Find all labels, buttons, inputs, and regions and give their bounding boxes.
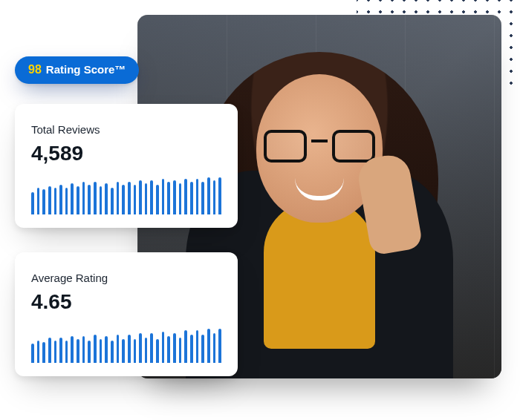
sparkline-bar (156, 185, 159, 214)
sparkline-bar (117, 335, 120, 363)
sparkline-bar (94, 335, 97, 363)
sparkline-bar (139, 180, 142, 214)
sparkline-bar (100, 186, 103, 214)
sparkline-bar (54, 341, 57, 363)
rating-score-pill: 98 Rating Score™ (15, 56, 139, 84)
sparkline-bar (122, 185, 125, 214)
sparkline-bar (190, 182, 193, 214)
sparkline-bar (48, 186, 51, 214)
sparkline-bar (59, 185, 62, 214)
sparkline-bar (42, 342, 45, 363)
sparkline-bar (173, 180, 176, 214)
sparkline-bar (162, 179, 165, 214)
total-reviews-sparkline (31, 176, 221, 214)
sparkline-bar (201, 182, 204, 214)
sparkline-bar (173, 333, 176, 363)
sparkline-bar (94, 182, 97, 214)
photo-shirt (264, 200, 375, 349)
sparkline-bar (179, 338, 182, 363)
total-reviews-card: Total Reviews 4,589 (15, 104, 238, 228)
average-rating-label: Average Rating (31, 272, 221, 284)
rating-score-label: Rating Score™ (46, 63, 126, 76)
sparkline-bar (134, 185, 137, 214)
sparkline-bar (37, 188, 40, 214)
sparkline-bar (82, 182, 85, 214)
sparkline-bar (207, 329, 210, 363)
sparkline-bar (179, 183, 182, 214)
total-reviews-label: Total Reviews (31, 123, 221, 136)
sparkline-bar (184, 330, 187, 363)
sparkline-bar (207, 177, 210, 214)
sparkline-bar (145, 183, 148, 214)
sparkline-bar (88, 185, 91, 214)
sparkline-bar (134, 339, 137, 363)
sparkline-bar (150, 180, 153, 214)
sparkline-bar (150, 333, 153, 363)
sparkline-bar (167, 336, 170, 363)
average-rating-value: 4.65 (31, 292, 221, 312)
sparkline-bar (184, 179, 187, 214)
sparkline-bar (42, 189, 45, 214)
sparkline-bar (71, 183, 74, 214)
sparkline-bar (213, 333, 216, 363)
sparkline-bar (156, 339, 159, 363)
sparkline-bar (77, 339, 79, 363)
glasses-icon (264, 130, 375, 163)
sparkline-bar (65, 188, 68, 214)
sparkline-bar (218, 177, 221, 214)
sparkline-bar (100, 339, 103, 363)
sparkline-bar (88, 341, 91, 363)
sparkline-bar (111, 188, 114, 214)
sparkline-bar (196, 330, 199, 363)
sparkline-bar (54, 188, 57, 214)
sparkline-bar (65, 341, 68, 363)
sparkline-bar (31, 192, 34, 214)
sparkline-bar (128, 182, 131, 214)
sparkline-bar (59, 338, 62, 363)
sparkline-bar (111, 341, 114, 363)
sparkline-bar (105, 183, 108, 214)
sparkline-bar (218, 329, 221, 363)
total-reviews-value: 4,589 (31, 143, 221, 164)
stage: 98 Rating Score™ Total Reviews 4,589 Ave… (0, 0, 520, 420)
sparkline-bar (37, 341, 40, 363)
rating-score-number: 98 (28, 63, 42, 76)
sparkline-bar (31, 344, 34, 363)
average-rating-card: Average Rating 4.65 (15, 252, 238, 376)
sparkline-bar (105, 336, 108, 363)
sparkline-bar (162, 332, 165, 363)
sparkline-bar (117, 182, 120, 214)
sparkline-bar (128, 335, 131, 363)
sparkline-bar (167, 182, 170, 214)
sparkline-bar (122, 339, 125, 363)
sparkline-bar (201, 335, 204, 363)
average-rating-sparkline (31, 324, 221, 363)
sparkline-bar (71, 336, 74, 363)
sparkline-bar (190, 335, 193, 363)
sparkline-bar (213, 180, 216, 214)
sparkline-bar (77, 186, 79, 214)
sparkline-bar (139, 333, 142, 363)
sparkline-bar (48, 338, 51, 363)
sparkline-bar (145, 338, 148, 363)
sparkline-bar (82, 336, 85, 363)
sparkline-bar (196, 179, 199, 214)
